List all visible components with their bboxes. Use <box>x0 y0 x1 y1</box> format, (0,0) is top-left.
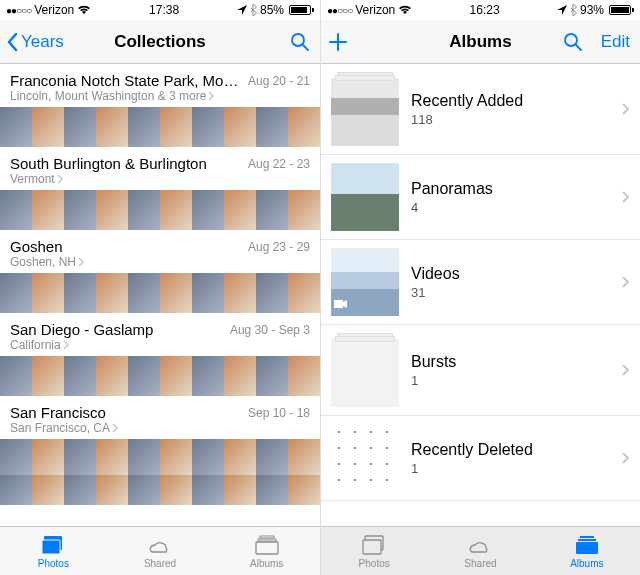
thumbnail-strip[interactable] <box>0 356 320 396</box>
tab-albums[interactable]: Albums <box>534 527 640 575</box>
status-bar: ●●○○○ Verizon 16:23 93% <box>321 0 640 20</box>
search-button[interactable] <box>563 32 583 52</box>
album-thumbnail <box>331 163 399 231</box>
collection-item[interactable]: San Francisco San Francisco, CA Sep 10 -… <box>0 396 320 505</box>
carrier-label: Verizon <box>34 3 74 17</box>
collection-title: San Diego - Gaslamp <box>10 321 222 338</box>
chevron-right-icon <box>621 363 630 377</box>
albums-icon <box>574 534 600 556</box>
album-name: Videos <box>411 265 609 283</box>
chevron-right-icon <box>208 91 215 101</box>
album-row[interactable]: Videos 31 <box>321 240 640 325</box>
collection-date: Aug 20 - 21 <box>248 74 310 88</box>
collection-item[interactable]: Franconia Notch State Park, Mount Washin… <box>0 64 320 147</box>
page-title: Collections <box>114 32 206 52</box>
svg-rect-11 <box>334 300 343 308</box>
tab-label: Albums <box>570 558 603 569</box>
collections-list[interactable]: Franconia Notch State Park, Mount Washin… <box>0 64 320 526</box>
thumbnail-strip[interactable] <box>0 439 320 475</box>
chevron-right-icon <box>63 340 70 350</box>
edit-button[interactable]: Edit <box>601 32 630 52</box>
tab-label: Albums <box>250 558 283 569</box>
svg-rect-13 <box>363 540 381 554</box>
signal-dots: ●●○○○ <box>327 5 352 16</box>
chevron-right-icon <box>621 190 630 204</box>
bluetooth-icon <box>250 4 257 16</box>
collection-date: Sep 10 - 18 <box>248 406 310 420</box>
album-name: Panoramas <box>411 180 609 198</box>
collection-title: San Francisco <box>10 404 240 421</box>
photos-icon <box>361 534 387 556</box>
location-icon <box>557 5 567 15</box>
collection-item[interactable]: San Diego - Gaslamp California Aug 30 - … <box>0 313 320 396</box>
svg-rect-14 <box>580 536 594 538</box>
tab-label: Shared <box>144 558 176 569</box>
battery-pct-label: 85% <box>260 3 284 17</box>
chevron-right-icon <box>621 102 630 116</box>
collection-subtitle: California <box>10 338 61 352</box>
album-count: 1 <box>411 373 609 388</box>
chevron-right-icon <box>112 423 119 433</box>
svg-rect-6 <box>256 542 278 554</box>
shared-icon <box>467 534 493 556</box>
thumbnail-strip[interactable] <box>0 273 320 313</box>
battery-icon <box>287 5 314 15</box>
tab-bar: Photos Shared Albums <box>0 526 320 575</box>
add-button[interactable] <box>327 31 349 53</box>
collection-item[interactable]: South Burlington & Burlington Vermont Au… <box>0 147 320 230</box>
collection-item[interactable]: Goshen Goshen, NH Aug 23 - 29 <box>0 230 320 313</box>
chevron-right-icon <box>78 257 85 267</box>
tab-photos[interactable]: Photos <box>0 527 107 575</box>
albums-list[interactable]: Recently Added 118 Panoramas 4 Videos <box>321 64 640 526</box>
chevron-left-icon <box>6 32 18 52</box>
album-thumbnail <box>331 339 399 407</box>
album-row[interactable]: Recently Added 118 <box>321 64 640 155</box>
album-name: Bursts <box>411 353 609 371</box>
tab-albums[interactable]: Albums <box>213 527 320 575</box>
collection-subtitle: Lincoln, Mount Washington & 3 more <box>10 89 206 103</box>
svg-point-0 <box>292 34 304 46</box>
svg-rect-5 <box>258 539 276 541</box>
photos-collections-screen: ●●○○○ Verizon 17:38 85% Years C <box>0 0 320 575</box>
tab-shared[interactable]: Shared <box>107 527 214 575</box>
tab-label: Photos <box>38 558 69 569</box>
chevron-right-icon <box>57 174 64 184</box>
battery-pct-label: 93% <box>580 3 604 17</box>
collection-title: South Burlington & Burlington <box>10 155 240 172</box>
video-badge-icon <box>334 295 348 313</box>
album-name: Recently Deleted <box>411 441 609 459</box>
album-count: 1 <box>411 461 609 476</box>
back-label: Years <box>21 32 64 52</box>
collection-date: Aug 22 - 23 <box>248 157 310 171</box>
album-row[interactable]: Panoramas 4 <box>321 155 640 240</box>
signal-dots: ●●○○○ <box>6 5 31 16</box>
battery-icon <box>607 5 634 15</box>
search-button[interactable] <box>290 32 310 52</box>
collection-title: Franconia Notch State Park, Mount Washin… <box>10 72 240 89</box>
collection-date: Aug 23 - 29 <box>248 240 310 254</box>
thumbnail-strip[interactable] <box>0 190 320 230</box>
back-button[interactable]: Years <box>6 32 64 52</box>
svg-line-1 <box>303 45 308 50</box>
album-row[interactable]: Recently Deleted 1 <box>321 416 640 501</box>
collection-subtitle: Goshen, NH <box>10 255 76 269</box>
search-icon <box>290 32 310 52</box>
photos-icon <box>40 534 66 556</box>
wifi-icon <box>77 5 91 15</box>
collection-subtitle: Vermont <box>10 172 55 186</box>
tab-shared[interactable]: Shared <box>427 527 533 575</box>
tab-photos[interactable]: Photos <box>321 527 427 575</box>
chevron-right-icon <box>621 275 630 289</box>
albums-icon <box>254 534 280 556</box>
photos-albums-screen: ●●○○○ Verizon 16:23 93% Albums <box>320 0 640 575</box>
album-thumbnail <box>331 78 399 146</box>
album-row[interactable]: Bursts 1 <box>321 325 640 416</box>
chevron-right-icon <box>621 451 630 465</box>
carrier-label: Verizon <box>355 3 395 17</box>
location-icon <box>237 5 247 15</box>
thumbnail-strip[interactable] <box>0 107 320 147</box>
tab-bar: Photos Shared Albums <box>321 526 640 575</box>
album-thumbnail <box>331 248 399 316</box>
thumbnail-strip[interactable] <box>0 475 320 505</box>
plus-icon <box>327 31 349 53</box>
